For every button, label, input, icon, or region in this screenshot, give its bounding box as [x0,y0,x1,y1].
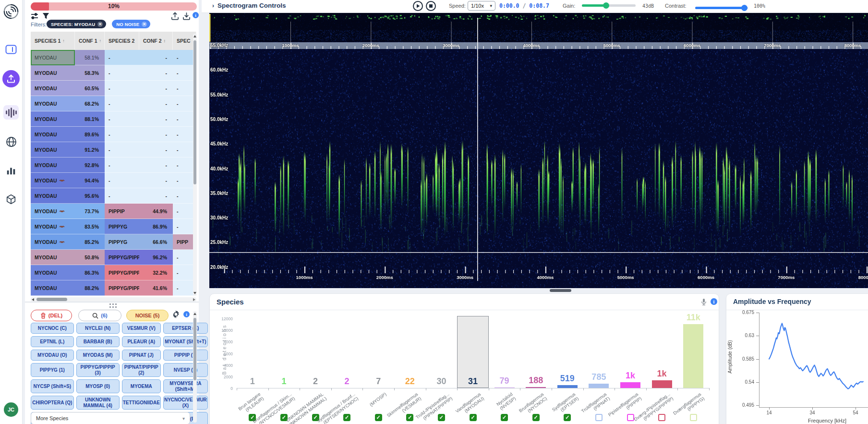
sort-icon[interactable]: ↑ [62,38,65,43]
upload-icon[interactable] [2,70,20,87]
spectrogram-scrollbar-thumb[interactable] [550,289,571,292]
species-button-pipnat[interactable]: PIPNAT (J) [122,350,161,361]
gain-slider[interactable] [582,4,636,7]
species-button-nycsp[interactable]: NYCSP (Shift+S) [31,379,74,393]
spectrogram-controls-header[interactable]: › Spectrogram Controls [212,2,286,9]
gear-icon[interactable] [172,310,180,320]
classify-vertical-scrollbar[interactable] [193,311,197,423]
spectrogram-canvas[interactable] [209,13,868,288]
speed-select[interactable]: 1/10x ▾ [468,1,495,11]
species-button-pippyg-pippip[interactable]: PIPPYG/PIPPIP (3) [76,363,120,377]
table-row[interactable]: MYODAU92.8%--- [31,157,196,173]
cell-conf1: 50.8% [75,250,105,265]
more-species-select[interactable]: More Species ▾ [31,412,190,424]
globe-icon[interactable] [5,135,17,148]
x-axis-tick [362,388,363,390]
species-button-myoema[interactable]: MYOEMA [122,379,161,393]
species-checkbox[interactable] [690,414,697,421]
table-row[interactable]: MYODAU83.5%PIPPYG86.9%- [31,219,196,234]
species1-value: MYODAU [35,101,57,107]
delete-button[interactable]: (DEL) [31,310,72,321]
bar-pippyg[interactable] [683,324,703,388]
column-header-conf-2[interactable]: CONF 2↕ [139,32,173,50]
table-vertical-scrollbar[interactable] [193,34,197,296]
waveform-icon[interactable] [3,105,19,120]
species-button-pipnat-pippip[interactable]: PIPNAT/PIPPIP (2) [122,363,161,377]
contrast-slider[interactable] [695,7,748,9]
species-button-pippyg[interactable]: PIPPYG (1) [31,363,74,377]
table-row[interactable]: MYODAU73.7%PIPPIP44.9%- [31,204,196,219]
cell-conf1: 92.8% [75,157,105,173]
species-button-chiroptera[interactable]: CHIROPTERA (Q) [31,396,74,410]
user-avatar[interactable]: JC [4,402,18,417]
species-button-myodas[interactable]: MYODAS (M) [76,350,120,361]
species-button-nvesp[interactable]: NVESP (T) [163,363,208,377]
table-row[interactable]: MYODAU60.5%--- [31,81,196,96]
species-button-pleaur[interactable]: PLEAUR (A) [122,336,161,347]
slider-thumb[interactable] [741,5,747,11]
bar-nvesp[interactable] [494,388,515,388]
table-row[interactable]: MYODAU58.3%--- [31,65,196,81]
species-button-nyclei[interactable]: NYCLEI (N) [76,323,120,334]
noise-button[interactable]: NOISE (5) [126,310,169,321]
column-header-species-1[interactable]: SPECIES 1↑ [31,32,75,50]
sort-icon[interactable]: ↕ [164,38,166,43]
download-icon[interactable] [182,12,191,22]
bar-eptser[interactable] [557,385,578,388]
table-row[interactable]: MYODAU95.6%--- [31,188,196,204]
play-button[interactable] [413,1,423,11]
cell-species2: - [105,142,139,157]
bar-nycnoc[interactable] [526,387,546,388]
scrollbar-thumb[interactable] [36,298,67,301]
species-button-barbar[interactable]: BARBAR (B) [76,336,120,347]
panel-toggle-icon[interactable] [5,43,17,56]
table-row[interactable]: MYODAU89.6%--- [31,127,196,142]
table-row[interactable]: MYODAU68.2%--- [31,96,196,111]
species-button-myonat[interactable]: MYONAT (Shift+T) [163,336,208,347]
bar-chart-icon[interactable] [5,164,17,177]
spectrogram-view[interactable]: 65.0kHz60.0kHz55.0kHz50.0kHz45.0kHz40.0k… [209,13,868,288]
table-row[interactable]: MYODAU88.2%PIPPYG/PIPPIP41.6%- [31,280,196,296]
slider-thumb[interactable] [603,2,609,9]
table-row[interactable]: MYODAU50.8%PIPPYG/PIPPIP96.2%- [31,250,196,265]
column-header-conf-1[interactable]: CONF 1↑ [75,32,105,50]
table-row[interactable]: MYODAU91.2%--- [31,142,196,157]
species-button-pippip[interactable]: PIPPIP (7) [163,350,208,361]
progress-label: 10% [31,3,197,10]
search-button[interactable]: (6) [78,310,121,321]
table-row-selected[interactable]: MYODAU58.1%--- [31,50,196,65]
species-button-myodau[interactable]: MYODAU (O) [31,350,74,361]
bar-pippip[interactable] [620,382,640,388]
sliders-icon[interactable] [31,12,38,22]
species-button-tettigoniidae[interactable]: TETTIGONIIDAE [122,396,161,410]
species-button-nycnoc[interactable]: NYCNOC (C) [31,323,74,334]
table-row[interactable]: MYODAU86.3%PIPPYG/PIPPIP32.2%- [31,265,196,280]
bar-pipnat[interactable] [589,384,609,388]
bar-pippygpippip[interactable] [652,380,672,388]
table-row[interactable]: MYODAU88.1%--- [31,111,196,127]
close-icon[interactable]: ✕ [142,22,147,27]
info-icon[interactable]: i [183,311,190,317]
drag-handle[interactable] [109,303,117,308]
column-header-species-2[interactable]: SPECIES 2 [105,32,139,50]
filter-chip-nonoise[interactable]: NO NOISE ✕ [112,20,150,28]
delete-button-label: (DEL) [48,313,62,318]
table-row[interactable]: MYODAU94.4%--- [31,173,196,188]
filter-chip-species[interactable]: SPECIES: MYODAU ✕ [47,20,106,28]
species-button-eptser[interactable]: EPTSER (E) [163,323,208,334]
sort-icon[interactable]: ↑ [99,38,102,43]
species-button-vesmur[interactable]: VESMUR (V) [122,323,161,334]
x-axis-tick [237,388,237,390]
species-button-myosp[interactable]: MYOSP (0) [76,379,120,393]
stop-button[interactable] [426,1,436,11]
species-button-myomysbra[interactable]: MYOMYSBRA (Shift+M) [163,379,208,393]
close-icon[interactable]: ✕ [97,22,103,27]
table-horizontal-scrollbar[interactable] [31,297,196,302]
species-button-nycnoc-vesmur[interactable]: NYCNOC/VESMUR (X) [163,396,208,410]
species-button-unknown[interactable]: UNKNOWN MAMMAL (4) [76,396,120,410]
export-icon[interactable] [171,12,179,22]
info-icon[interactable]: i [193,12,199,18]
species-button-eptnil[interactable]: EPTNIL (L) [31,336,74,347]
cube-icon[interactable] [5,193,17,206]
table-row[interactable]: MYODAU85.2%PIPPYG66.6%PIPP [31,234,196,250]
